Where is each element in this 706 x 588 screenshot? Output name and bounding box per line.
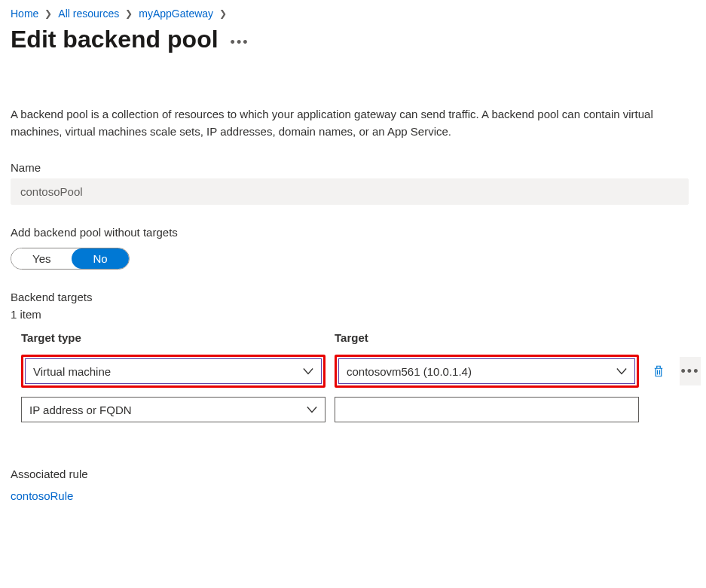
backend-targets-label: Backend targets <box>11 291 695 303</box>
name-label: Name <box>11 161 695 174</box>
page-title: Edit backend pool <box>11 26 219 53</box>
target-cell: contosovm561 (10.0.1.4) <box>335 355 639 388</box>
chevron-right-icon: ❯ <box>219 8 227 19</box>
breadcrumb-home[interactable]: Home <box>11 8 38 20</box>
target-select[interactable]: contosovm561 (10.0.1.4) <box>338 358 635 384</box>
backend-targets-section: Backend targets 1 item Target type Targe… <box>11 291 695 422</box>
associated-rule-section: Associated rule contosoRule <box>11 468 695 502</box>
delete-row-button[interactable] <box>648 357 669 385</box>
without-targets-group: Add backend pool without targets Yes No <box>11 226 695 291</box>
description-text: A backend pool is a collection of resour… <box>11 106 695 140</box>
row-more-button[interactable]: ••• <box>680 357 701 385</box>
chevron-down-icon <box>303 366 313 376</box>
more-menu-icon[interactable]: ••• <box>231 29 249 50</box>
chevron-down-icon <box>307 404 317 415</box>
trash-icon <box>652 364 665 378</box>
associated-rule-label: Associated rule <box>11 468 695 480</box>
target-type-select[interactable]: IP address or FQDN <box>21 397 325 422</box>
name-input[interactable] <box>11 178 689 205</box>
target-type-cell: Virtual machine <box>21 355 325 388</box>
without-targets-label: Add backend pool without targets <box>11 226 695 239</box>
target-type-select[interactable]: Virtual machine <box>25 358 322 384</box>
target-input[interactable] <box>335 397 639 422</box>
associated-rule-link[interactable]: contosoRule <box>11 489 73 502</box>
chevron-right-icon: ❯ <box>44 8 52 19</box>
target-type-value: IP address or FQDN <box>29 404 132 416</box>
item-count: 1 item <box>11 308 695 321</box>
targets-grid: Target type Target Virtual machine conto… <box>21 331 695 422</box>
breadcrumb-gateway[interactable]: myAppGateway <box>139 8 213 20</box>
name-field-group: Name <box>11 161 695 226</box>
breadcrumb-all-resources[interactable]: All resources <box>58 8 119 20</box>
title-row: Edit backend pool ••• <box>11 26 695 53</box>
column-header-type: Target type <box>21 331 325 346</box>
chevron-right-icon: ❯ <box>125 8 133 19</box>
target-value: contosovm561 (10.0.1.4) <box>347 365 472 378</box>
toggle-no[interactable]: No <box>72 248 128 269</box>
without-targets-toggle[interactable]: Yes No <box>11 248 130 270</box>
toggle-yes[interactable]: Yes <box>11 248 72 269</box>
target-type-value: Virtual machine <box>33 365 111 378</box>
breadcrumb: Home ❯ All resources ❯ myAppGateway ❯ <box>11 8 695 20</box>
column-header-target: Target <box>335 331 639 346</box>
chevron-down-icon <box>616 366 627 376</box>
